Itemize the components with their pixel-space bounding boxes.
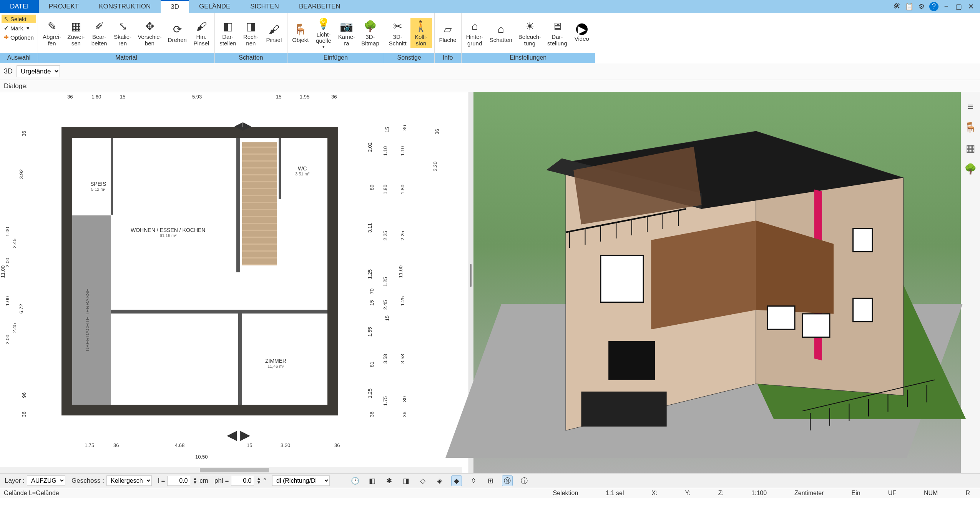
darstellung-button[interactable]: 🖥Dar- stellung: [545, 18, 570, 48]
snap2-icon[interactable]: ✱: [384, 475, 394, 486]
drehen-button[interactable]: ⟳Drehen: [166, 21, 189, 45]
tab-bearbeiten[interactable]: BEARBEITEN: [289, 0, 350, 13]
cm-label: cm: [199, 477, 208, 485]
darstellen-button[interactable]: ◧Dar- stellen: [217, 18, 239, 48]
terrain-select[interactable]: Urgelände: [17, 65, 60, 77]
snap3-icon[interactable]: ◨: [400, 475, 411, 486]
group-label-sonstige: Sonstige: [384, 53, 434, 63]
dim: 11.00: [0, 265, 6, 278]
optionen-button[interactable]: ✚Optionen: [2, 33, 36, 42]
skalieren-button[interactable]: ⤡Skalie- ren: [111, 18, 134, 48]
svg-rect-16: [608, 341, 655, 380]
tools-icon[interactable]: 🛠: [892, 2, 902, 11]
layer-label: Layer :: [5, 477, 25, 485]
settings-icon[interactable]: ⚙: [917, 2, 926, 11]
tab-datei[interactable]: DATEI: [0, 0, 39, 13]
schatten-einstellungen-button[interactable]: ⌂Schatten: [487, 21, 515, 45]
info-icon[interactable]: ⓘ: [519, 475, 530, 486]
svg-rect-15: [601, 255, 643, 302]
bottom-toolbar: Layer : AUFZUG Geschoss : Kellergesch l …: [0, 473, 980, 488]
tab-projekt[interactable]: PROJEKT: [39, 0, 89, 13]
room-speis: SPEIS: [90, 181, 106, 187]
grid-icon[interactable]: ⊞: [485, 475, 496, 486]
view-3d[interactable]: [473, 92, 961, 473]
tab-gelaende[interactable]: GELÄNDE: [189, 0, 240, 13]
snap1-icon[interactable]: ◧: [367, 475, 377, 486]
group-label-auswahl: Auswahl: [0, 53, 38, 63]
geschoss-select[interactable]: Kellergesch: [106, 475, 152, 486]
pinsel-button[interactable]: 🖌Pinsel: [263, 21, 285, 45]
tab-konstruktion[interactable]: KONSTRUKTION: [89, 0, 161, 13]
hinpinsel-button[interactable]: 🖌Hin. Pinsel: [191, 18, 212, 48]
room-speis-area: 5,12 m²: [90, 187, 106, 192]
scrollbar-horizontal[interactable]: [0, 467, 462, 473]
minimize-icon[interactable]: −: [942, 2, 951, 11]
schnitt3d-button[interactable]: ✂3D- Schnitt: [387, 18, 409, 48]
zuweisen-button[interactable]: ▦Zuwei- sen: [65, 18, 87, 48]
l-input[interactable]: [167, 476, 190, 486]
mode-select[interactable]: dl (Richtung/Di: [272, 475, 330, 486]
flaeche-button[interactable]: ▱Fläche: [437, 21, 459, 45]
scale-icon: ⤡: [116, 19, 130, 33]
dim: 1.80: [382, 185, 388, 194]
objekt-button[interactable]: 🪑Objekt: [290, 21, 311, 45]
abgreifen-button[interactable]: ✎Abgrei- fen: [40, 18, 63, 48]
selekt-button[interactable]: ↖Selekt: [2, 15, 36, 23]
bitmap3d-button[interactable]: 🌳3D- Bitmap: [359, 18, 382, 48]
eyedropper-icon: ✎: [45, 19, 59, 33]
stepper-icon[interactable]: ▲▼: [256, 477, 261, 484]
camera-icon: 📷: [340, 19, 354, 33]
status-selektion: Selektion: [546, 490, 584, 497]
dim: 15: [120, 94, 125, 100]
close-icon[interactable]: ✕: [966, 2, 975, 11]
maximize-icon[interactable]: ▢: [954, 2, 963, 11]
view-2d[interactable]: 36 1.60 15 5.93 15 1.95 36 ÜBERDACHTE TE…: [0, 92, 468, 473]
tab-3d[interactable]: 3D: [161, 0, 189, 13]
help-icon[interactable]: ?: [929, 2, 938, 11]
menu-tab-bar: DATEI PROJEKT KONSTRUKTION 3D GELÄNDE SI…: [0, 0, 980, 13]
room-wohnen-area: 61,18 m²: [131, 233, 205, 238]
dim: 1.75: [85, 442, 94, 448]
north-icon[interactable]: Ⓝ: [502, 475, 513, 486]
video-button[interactable]: ▶Video: [571, 22, 593, 44]
calc-icon: ◨: [244, 19, 258, 33]
layers-icon[interactable]: ≡: [964, 100, 977, 113]
dim: 1.95: [300, 94, 309, 100]
snap7-icon[interactable]: ◊: [468, 475, 479, 486]
cursor-icon: ↖: [4, 15, 9, 22]
hintergrund-button[interactable]: ⌂Hinter- grund: [464, 18, 486, 48]
lichtquelle-button[interactable]: 💡Licht- quelle▾: [313, 15, 334, 51]
dim: 96: [21, 392, 27, 398]
snap6-icon[interactable]: ◆: [451, 475, 462, 486]
clipboard-icon[interactable]: 📋: [905, 2, 914, 11]
svg-rect-20: [767, 306, 795, 330]
dialoge-bar: Dialoge:: [0, 80, 980, 92]
stepper-icon[interactable]: ▲▼: [193, 477, 197, 484]
status-y: Y:: [679, 490, 697, 497]
floorplan: ÜBERDACHTE TERRASSE SPEIS5,12 m² WOHNEN …: [61, 127, 338, 415]
clock-icon[interactable]: 🕐: [350, 475, 360, 486]
snap4-icon[interactable]: ◇: [417, 475, 428, 486]
mark-button[interactable]: ✔Mark.▾: [2, 24, 36, 32]
cube-icon: ◧: [221, 19, 235, 33]
kollision-button[interactable]: 🚶Kolli- sion: [410, 18, 432, 48]
dialoge-label: Dialoge:: [4, 82, 28, 90]
phi-input[interactable]: [231, 476, 254, 486]
furniture-icon[interactable]: 🪑: [964, 121, 977, 134]
verschieben-button[interactable]: ✥Verschie- ben: [135, 18, 164, 48]
tree-icon: 🌳: [363, 19, 377, 33]
tab-sichten[interactable]: SICHTEN: [240, 0, 289, 13]
beleuchtung-button[interactable]: ☀Beleuch- tung: [516, 18, 543, 48]
layer-select[interactable]: AUFZUG: [27, 475, 65, 486]
person-icon: 🚶: [414, 19, 428, 33]
plant-icon[interactable]: 🌳: [964, 162, 977, 175]
rechnen-button[interactable]: ◨Rech- nen: [240, 18, 262, 48]
group-label-info: Info: [435, 53, 461, 63]
palette-icon[interactable]: ▦: [964, 142, 977, 155]
snap5-icon[interactable]: ◈: [434, 475, 445, 486]
bearbeiten-button[interactable]: ✐Bear- beiten: [88, 18, 110, 48]
kamera-button[interactable]: 📷Kame- ra: [336, 18, 357, 48]
house2-icon: ⌂: [494, 22, 508, 36]
status-r: R: [959, 490, 976, 497]
section-marker-bottom: ◀ ▶: [227, 427, 250, 442]
